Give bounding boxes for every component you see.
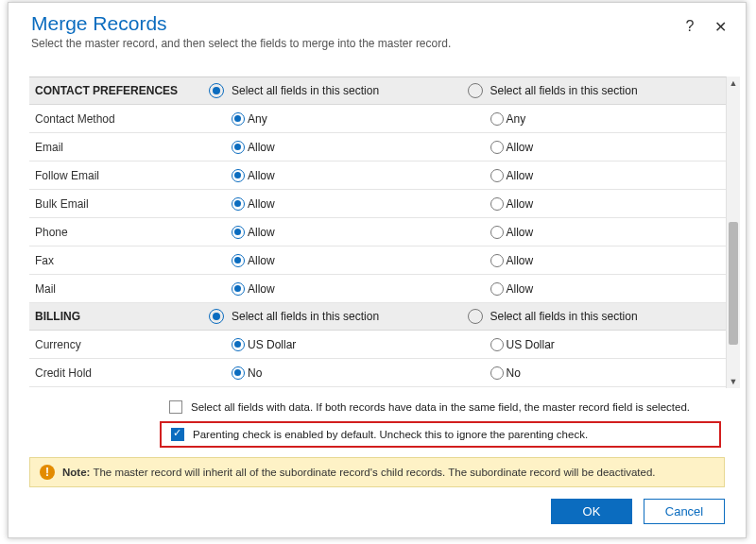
field-a-value: Allow xyxy=(248,226,275,239)
select-all-data-label: Select all fields with data. If both rec… xyxy=(191,401,690,413)
table-row: Currency US Dollar US Dollar xyxy=(29,331,726,359)
field-b-value: Allow xyxy=(507,197,534,211)
field-a-value: Any xyxy=(248,112,267,126)
merge-records-dialog: Merge Records Select the master record, … xyxy=(8,2,747,538)
select-all-section-a-label: Select all fields in this section xyxy=(232,310,379,323)
field-b-value: Any xyxy=(507,112,526,126)
table-row: Email Allow Allow xyxy=(29,133,726,162)
scroll-up-icon[interactable]: ▲ xyxy=(727,76,740,90)
field-a-value: Allow xyxy=(248,169,275,182)
field-b-radio[interactable] xyxy=(490,197,504,211)
field-label: Follow Email xyxy=(29,169,209,182)
field-a-radio[interactable] xyxy=(232,366,245,380)
select-all-section-b-radio[interactable] xyxy=(468,309,483,324)
section-label: CONTACT PREFERENCES xyxy=(29,84,209,97)
ok-button[interactable]: OK xyxy=(551,499,632,524)
table-row: Fax Allow Allow xyxy=(29,246,726,275)
select-all-section-b-label: Select all fields in this section xyxy=(490,84,638,97)
field-a-radio[interactable] xyxy=(232,141,245,154)
note-label: Note: xyxy=(62,467,90,478)
dialog-header: Merge Records Select the master record, … xyxy=(9,3,746,58)
close-icon[interactable]: ✕ xyxy=(712,18,729,35)
select-all-data-checkbox[interactable] xyxy=(169,400,182,414)
field-a-radio[interactable] xyxy=(232,197,245,211)
field-b-value: No xyxy=(507,366,521,380)
table-row: Bulk Email Allow Allow xyxy=(29,190,726,218)
cancel-button[interactable]: Cancel xyxy=(644,499,725,524)
field-a-value: Allow xyxy=(248,197,275,211)
select-all-data-option: Select all fields with data. If both rec… xyxy=(160,396,721,418)
table-row: Contact Method Any Any xyxy=(29,105,726,133)
field-a-value: Allow xyxy=(248,141,275,154)
select-all-section-a-label: Select all fields in this section xyxy=(232,84,379,97)
field-a-value: US Dollar xyxy=(248,338,296,351)
warning-icon: ! xyxy=(40,465,55,480)
field-b-radio[interactable] xyxy=(490,112,504,126)
scrollbar-track[interactable] xyxy=(727,90,740,375)
field-a-value: Allow xyxy=(248,254,275,267)
section-label: BILLING xyxy=(29,310,209,323)
field-a-radio[interactable] xyxy=(232,112,245,126)
field-a-radio[interactable] xyxy=(232,169,245,182)
table-row: Credit Hold No No xyxy=(29,359,726,387)
table-row: Phone Allow Allow xyxy=(29,218,726,246)
field-b-value: Allow xyxy=(507,254,534,267)
dialog-body: CONTACT PREFERENCES Select all fields in… xyxy=(9,58,746,388)
note-bar: ! Note: The master record will inherit a… xyxy=(29,457,725,487)
field-b-radio[interactable] xyxy=(490,366,504,380)
field-b-value: Allow xyxy=(507,282,534,296)
note-text: Note: The master record will inherit all… xyxy=(62,467,656,478)
parenting-check-label: Parenting check is enabled by default. U… xyxy=(193,429,588,440)
field-label: Mail xyxy=(29,282,209,296)
field-label: Currency xyxy=(29,338,209,351)
field-b-radio[interactable] xyxy=(490,338,504,351)
field-a-radio[interactable] xyxy=(232,254,245,267)
field-a-value: No xyxy=(248,366,262,380)
dialog-subtitle: Select the master record, and then selec… xyxy=(31,37,681,50)
field-b-value: Allow xyxy=(507,226,534,239)
parenting-check-option: Parenting check is enabled by default. U… xyxy=(160,421,721,448)
field-a-radio[interactable] xyxy=(232,226,245,239)
field-a-radio[interactable] xyxy=(232,338,245,351)
field-label: Credit Hold xyxy=(29,366,209,380)
section-header-contact-preferences: CONTACT PREFERENCES Select all fields in… xyxy=(29,77,726,105)
field-b-radio[interactable] xyxy=(490,226,504,239)
scrollbar[interactable]: ▲ ▼ xyxy=(727,76,740,388)
select-all-section-a-radio[interactable] xyxy=(209,83,224,98)
select-all-section-b-label: Select all fields in this section xyxy=(490,310,638,323)
field-b-radio[interactable] xyxy=(490,141,504,154)
field-label: Email xyxy=(29,141,209,154)
scrollbar-thumb[interactable] xyxy=(729,222,738,345)
field-label: Phone xyxy=(29,226,209,239)
field-b-radio[interactable] xyxy=(490,254,504,267)
field-b-value: Allow xyxy=(507,169,534,182)
select-all-section-b-radio[interactable] xyxy=(468,83,483,98)
field-label: Bulk Email xyxy=(29,197,209,211)
field-label: Fax xyxy=(29,254,209,267)
merge-table: CONTACT PREFERENCES Select all fields in… xyxy=(29,76,727,388)
dialog-title: Merge Records xyxy=(31,12,681,35)
section-header-billing: BILLING Select all fields in this sectio… xyxy=(29,303,726,331)
field-label: Contact Method xyxy=(29,112,209,126)
scroll-down-icon[interactable]: ▼ xyxy=(727,375,740,388)
note-body: The master record will inherit all of th… xyxy=(90,467,655,478)
parenting-check-checkbox[interactable] xyxy=(171,428,184,441)
select-all-section-a-radio[interactable] xyxy=(209,309,224,324)
dialog-footer: OK Cancel xyxy=(9,487,746,537)
table-row: Mail Allow Allow xyxy=(29,275,726,303)
table-row: Follow Email Allow Allow xyxy=(29,162,726,190)
help-icon[interactable]: ? xyxy=(681,18,698,35)
field-a-value: Allow xyxy=(248,282,275,296)
options-block: Select all fields with data. If both rec… xyxy=(160,396,721,448)
field-b-radio[interactable] xyxy=(490,282,504,296)
field-b-value: Allow xyxy=(507,141,534,154)
field-b-radio[interactable] xyxy=(490,169,504,182)
field-a-radio[interactable] xyxy=(232,282,245,296)
field-b-value: US Dollar xyxy=(507,338,555,351)
